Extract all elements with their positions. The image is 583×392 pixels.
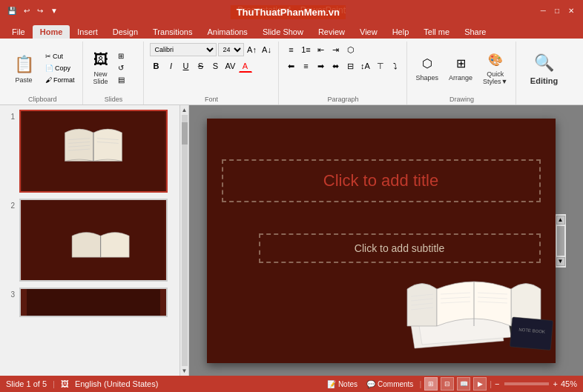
ribbon-group-slides: 🖼 NewSlide ⊞ ↺ ▤ Slides — [85, 41, 144, 104]
tab-insert[interactable]: Insert — [70, 25, 105, 39]
bullets-btn[interactable]: ≡ — [285, 43, 298, 56]
status-divider-1: | — [53, 379, 55, 388]
panel-scroll-down[interactable]: ▼ — [182, 368, 188, 374]
tab-animations[interactable]: Animations — [200, 25, 254, 39]
editing-button[interactable]: 🔍 Editing — [522, 48, 567, 88]
undo-icon[interactable]: ↩ — [22, 7, 31, 15]
shapes-label: Shapes — [416, 74, 439, 82]
cut-icon: ✂ — [45, 53, 51, 60]
slideshow-view-btn[interactable]: ▶ — [473, 377, 487, 391]
paste-button[interactable]: 📋 Paste — [7, 51, 40, 85]
reset-button[interactable]: ↺ — [115, 62, 139, 73]
maximize-btn[interactable]: □ — [552, 7, 562, 15]
titlebar-left: 💾 ↩ ↪ ▼ — [6, 7, 59, 15]
zoom-out-btn[interactable]: − — [495, 379, 499, 388]
slide-img-3 — [19, 288, 168, 317]
font-row-1: Calibri 24 A↑ A↓ — [150, 43, 274, 56]
close-btn[interactable]: ✕ — [565, 7, 577, 15]
layout-button[interactable]: ⊞ — [115, 50, 139, 62]
drawing-content: ⬡ Shapes ⊞ Arrange 🎨 QuickStyles▼ — [413, 43, 511, 93]
new-slide-button[interactable]: 🖼 NewSlide — [89, 50, 113, 87]
tab-review[interactable]: Review — [311, 25, 352, 39]
slide-sorter-btn[interactable]: ⊟ — [441, 377, 454, 391]
slide-thumb-2[interactable]: 2 — [3, 197, 177, 283]
paragraph-content: ≡ 1≡ ⇤ ⇥ ⬡ ⬅ ≡ ➡ ⬌ ⊟ ↕A ⊤ ⤵ — [285, 43, 402, 94]
editing-icon: 🔍 — [533, 51, 556, 75]
italic-button[interactable]: I — [165, 59, 178, 73]
convert-smartart-btn[interactable]: ⤵ — [389, 59, 402, 73]
align-right-btn[interactable]: ➡ — [314, 59, 328, 73]
shadow-button[interactable]: S — [209, 59, 223, 73]
char-spacing-btn[interactable]: AV — [224, 59, 237, 73]
reading-view-btn[interactable]: 📖 — [457, 377, 470, 391]
tab-slideshow[interactable]: Slide Show — [255, 25, 311, 39]
ribbon-group-editing: 🔍 Editing — [518, 41, 571, 104]
strikethrough-button[interactable]: S — [194, 59, 208, 73]
zoom-slider[interactable] — [504, 382, 549, 385]
slide-panel: 1 — [0, 105, 180, 376]
tab-file[interactable]: File — [4, 25, 33, 39]
tab-view[interactable]: View — [352, 25, 385, 39]
svg-rect-23 — [510, 316, 553, 350]
notes-button[interactable]: 📝 Notes — [324, 380, 360, 388]
tab-transitions[interactable]: Transitions — [145, 25, 200, 39]
canvas-area: Click to add title Click to add subtitle — [189, 105, 583, 376]
slide-thumb-3[interactable]: 3 — [3, 286, 177, 319]
align-text-btn[interactable]: ⊤ — [374, 59, 387, 73]
slide-canvas: Click to add title Click to add subtitle — [207, 119, 556, 363]
title-placeholder-text: Click to add title — [323, 171, 438, 190]
ribbon-group-clipboard: 📋 Paste ✂Cut 📄Copy 🖌Format Clipboard — [3, 41, 83, 104]
minimize-btn[interactable]: ─ — [538, 7, 549, 15]
slide-num-1: 1 — [4, 113, 15, 121]
tab-home[interactable]: Home — [33, 25, 70, 39]
zoom-level: 45% — [561, 379, 577, 388]
arrange-label: Arrange — [449, 74, 472, 82]
normal-view-btn[interactable]: ⊞ — [424, 377, 438, 391]
shapes-button[interactable]: ⬡ Shapes — [413, 53, 442, 83]
save-icon[interactable]: 💾 — [6, 7, 18, 15]
panel-scroll-thumb[interactable] — [182, 122, 188, 144]
notes-label: Notes — [338, 380, 358, 388]
arrange-button[interactable]: ⊞ Arrange — [446, 53, 475, 83]
section-button[interactable]: ▤ — [115, 74, 139, 85]
font-size-select[interactable]: 24 — [218, 43, 244, 56]
slide-num-3: 3 — [4, 290, 15, 299]
new-slide-label: NewSlide — [93, 70, 108, 85]
redo-icon[interactable]: ↪ — [36, 7, 45, 15]
underline-button[interactable]: U — [179, 59, 193, 73]
align-left-btn[interactable]: ⬅ — [285, 59, 298, 73]
new-slide-icon: 🖼 — [92, 51, 110, 69]
increase-indent-btn[interactable]: ⇥ — [329, 43, 343, 56]
text-direction-btn[interactable]: ↕A — [359, 59, 372, 73]
tab-share[interactable]: Share — [457, 25, 493, 39]
smartart-btn[interactable]: ⬡ — [344, 43, 358, 56]
scroll-up-btn[interactable]: ▲ — [556, 216, 565, 225]
bold-button[interactable]: B — [150, 59, 163, 73]
comments-label: Comments — [378, 380, 413, 388]
quick-styles-label: QuickStyles▼ — [483, 70, 507, 85]
columns-btn[interactable]: ⊟ — [344, 59, 358, 73]
panel-scroll-up[interactable]: ▲ — [182, 107, 188, 113]
tab-help[interactable]: Help — [385, 25, 417, 39]
copy-button[interactable]: 📄Copy — [42, 63, 78, 73]
decrease-indent-btn[interactable]: ⇤ — [314, 43, 328, 56]
zoom-in-btn[interactable]: + — [553, 379, 558, 388]
tab-design[interactable]: Design — [105, 25, 145, 39]
font-family-select[interactable]: Calibri — [150, 43, 217, 56]
titlebar: 💾 ↩ ↪ ▼ Presentation1 - PowerPoint ThuTh… — [0, 0, 583, 21]
align-center-btn[interactable]: ≡ — [300, 59, 313, 73]
title-placeholder[interactable]: Click to add title — [222, 159, 541, 202]
quick-styles-button[interactable]: 🎨 QuickStyles▼ — [480, 50, 510, 87]
numbering-btn[interactable]: 1≡ — [300, 43, 313, 56]
comments-button[interactable]: 💬 Comments — [363, 380, 416, 388]
customize-icon[interactable]: ▼ — [49, 7, 59, 15]
decrease-font-btn[interactable]: A↓ — [260, 43, 274, 56]
cut-button[interactable]: ✂Cut — [42, 51, 78, 62]
font-color-btn[interactable]: A — [239, 59, 252, 73]
tab-tellme[interactable]: Tell me — [416, 25, 457, 39]
increase-font-btn[interactable]: A↑ — [246, 43, 259, 56]
format-painter-button[interactable]: 🖌Format — [42, 75, 78, 85]
slide-thumb-1[interactable]: 1 — [3, 108, 177, 194]
justify-btn[interactable]: ⬌ — [329, 59, 343, 73]
drawing-label: Drawing — [409, 96, 516, 103]
